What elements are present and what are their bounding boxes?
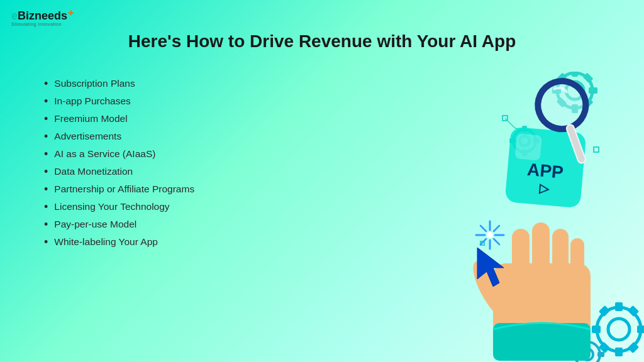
- logo-dots: ⁺: [67, 8, 74, 22]
- logo: eBizneeds⁺ Stimulating Innovation: [11, 9, 74, 26]
- svg-line-59: [494, 226, 499, 231]
- svg-rect-18: [615, 302, 623, 311]
- bullet-list-section: Subscription PlansIn-app PurchasesFreemi…: [0, 72, 327, 362]
- illustration-svg: APP ▷: [380, 72, 644, 362]
- svg-rect-30: [597, 352, 604, 357]
- list-item: Partnership or Affiliate Programs: [44, 184, 327, 195]
- svg-rect-21: [592, 326, 601, 333]
- illustration-area: APP ▷: [327, 72, 644, 362]
- list-item: Advertisements: [44, 131, 327, 142]
- svg-point-61: [487, 232, 493, 238]
- page-title: Here's How to Drive Revenue with Your AI…: [0, 30, 644, 53]
- logo-biz: Bizneeds: [18, 9, 67, 22]
- list-item: Subscription Plans: [44, 78, 327, 89]
- list-item: Data Monetization: [44, 166, 327, 177]
- svg-rect-20: [637, 326, 644, 333]
- list-item: White-labeling Your App: [44, 236, 327, 248]
- logo-text: eBizneeds⁺: [11, 9, 74, 21]
- list-item: Licensing Your Technology: [44, 201, 327, 212]
- list-item: In-app Purchases: [44, 96, 327, 107]
- svg-rect-48: [515, 134, 542, 161]
- svg-line-57: [480, 226, 486, 231]
- list-item: Freemium Model: [44, 113, 327, 124]
- svg-rect-33: [594, 147, 599, 152]
- page-container: eBizneeds⁺ Stimulating Innovation Here's…: [0, 0, 644, 362]
- list-item: AI as a Service (AIaaS): [44, 148, 327, 160]
- list-item: Pay-per-use Model: [44, 219, 327, 230]
- logo-e: e: [11, 9, 18, 22]
- svg-point-17: [608, 319, 630, 340]
- revenue-list: Subscription PlansIn-app PurchasesFreemi…: [44, 78, 327, 248]
- svg-rect-2: [572, 72, 578, 77]
- svg-line-36: [505, 118, 515, 128]
- svg-rect-4: [589, 87, 597, 94]
- svg-rect-44: [493, 323, 591, 361]
- svg-line-58: [494, 239, 499, 244]
- svg-text:APP: APP: [526, 160, 564, 182]
- svg-rect-19: [615, 348, 623, 356]
- content-area: Subscription PlansIn-app PurchasesFreemi…: [0, 72, 644, 362]
- logo-tagline: Stimulating Innovation: [11, 22, 62, 26]
